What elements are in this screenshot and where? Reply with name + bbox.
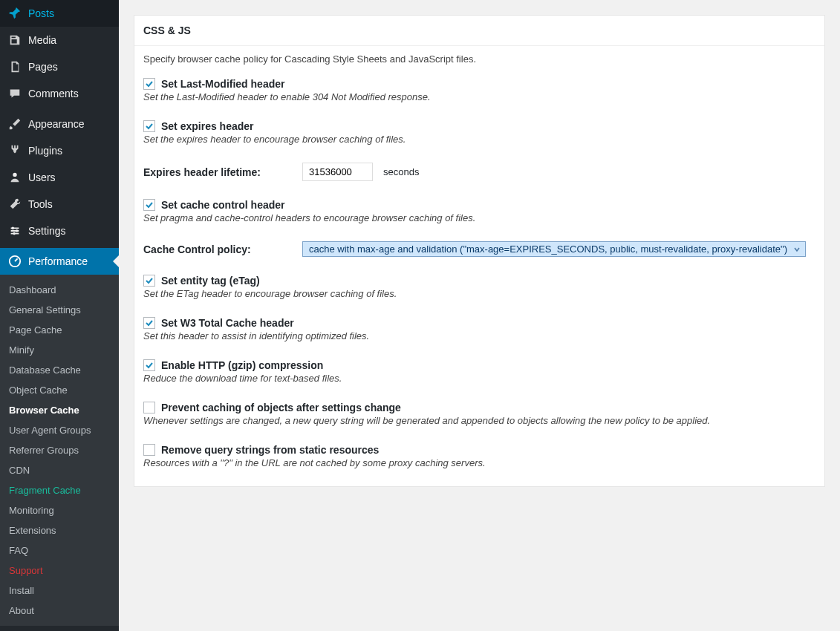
css-js-panel: CSS & JS Specify browser cache policy fo… (134, 15, 825, 487)
users-icon (7, 170, 22, 185)
expires-lifetime-unit: seconds (383, 166, 419, 177)
menu-label: Comments (28, 88, 79, 99)
expires-lifetime-label: Expires header lifetime: (143, 166, 292, 178)
submenu-object-cache[interactable]: Object Cache (0, 380, 119, 400)
menu-tools[interactable]: Tools (0, 191, 119, 218)
menu-label: Users (28, 171, 56, 183)
submenu-fragment-cache[interactable]: Fragment Cache (0, 480, 119, 500)
svg-point-3 (13, 232, 16, 235)
plug-icon (7, 143, 22, 158)
content-area: CSS & JS Specify browser cache policy fo… (119, 0, 840, 631)
w3tc-header-help: Set this header to assist in identifying… (143, 330, 815, 341)
prevent-caching-label: Prevent caching of objects after setting… (161, 402, 401, 413)
cache-control-label: Set cache control header (161, 199, 285, 211)
submenu-about[interactable]: About (0, 601, 119, 621)
panel-description: Specify browser cache policy for Cascadi… (143, 53, 815, 65)
performance-icon (7, 254, 22, 269)
submenu-database-cache[interactable]: Database Cache (0, 360, 119, 380)
menu-label: Pages (28, 61, 58, 73)
pages-icon (7, 59, 22, 74)
cache-policy-value: cache with max-age and validation ("max-… (309, 243, 787, 255)
menu-label: Performance (28, 255, 88, 267)
w3tc-header-checkbox[interactable] (143, 317, 155, 329)
submenu-faq[interactable]: FAQ (0, 540, 119, 560)
menu-label: Settings (28, 225, 66, 237)
menu-label: Posts (28, 7, 54, 19)
submenu-install[interactable]: Install (0, 581, 119, 601)
cache-policy-label: Cache Control policy: (143, 243, 292, 255)
submenu-referrer-groups[interactable]: Referrer Groups (0, 440, 119, 460)
remove-qs-help: Resources with a "?" in the URL are not … (143, 457, 815, 468)
expires-header-checkbox[interactable] (143, 120, 155, 132)
menu-plugins[interactable]: Plugins (0, 137, 119, 164)
last-modified-checkbox[interactable] (143, 78, 155, 90)
svg-point-1 (12, 227, 15, 230)
submenu-page-cache[interactable]: Page Cache (0, 320, 119, 340)
last-modified-help: Set the Last-Modified header to enable 3… (143, 91, 815, 102)
svg-point-0 (13, 173, 16, 177)
brush-icon (7, 117, 22, 131)
comments-icon (7, 86, 22, 101)
menu-performance[interactable]: Performance (0, 248, 119, 275)
menu-comments[interactable]: Comments (0, 80, 119, 107)
submenu-dashboard[interactable]: Dashboard (0, 280, 119, 300)
expires-header-help: Set the expires header to encourage brow… (143, 134, 815, 145)
admin-sidebar: Posts Media Pages Comments Appearance Pl… (0, 0, 119, 631)
pushpin-icon (7, 6, 22, 21)
submenu-minify[interactable]: Minify (0, 340, 119, 360)
etag-help: Set the ETag header to encourage browser… (143, 288, 815, 299)
remove-qs-checkbox[interactable] (143, 444, 155, 456)
menu-label: Appearance (28, 118, 85, 130)
gzip-label: Enable HTTP (gzip) compression (161, 359, 323, 371)
chevron-down-icon (793, 246, 801, 253)
gzip-help: Reduce the download time for text-based … (143, 373, 815, 384)
submenu-general-settings[interactable]: General Settings (0, 300, 119, 320)
submenu-extensions[interactable]: Extensions (0, 520, 119, 540)
submenu-support[interactable]: Support (0, 560, 119, 581)
menu-settings[interactable]: Settings (0, 218, 119, 244)
menu-pages[interactable]: Pages (0, 53, 119, 80)
submenu-monitoring[interactable]: Monitoring (0, 500, 119, 520)
w3tc-header-label: Set W3 Total Cache header (161, 317, 294, 329)
expires-header-label: Set expires header (161, 120, 254, 132)
menu-posts[interactable]: Posts (0, 0, 119, 27)
menu-label: Tools (28, 198, 53, 210)
menu-label: Plugins (28, 145, 62, 157)
menu-appearance[interactable]: Appearance (0, 111, 119, 137)
submenu-browser-cache[interactable]: Browser Cache (0, 400, 119, 420)
media-icon (7, 33, 22, 48)
prevent-caching-help: Whenever settings are changed, a new que… (143, 415, 815, 426)
etag-label: Set entity tag (eTag) (161, 275, 260, 287)
menu-label: Media (28, 34, 56, 46)
cache-control-checkbox[interactable] (143, 199, 155, 211)
last-modified-label: Set Last-Modified header (161, 78, 284, 90)
expires-lifetime-input[interactable] (302, 163, 373, 181)
submenu-user-agent-groups[interactable]: User Agent Groups (0, 420, 119, 440)
settings-icon (7, 223, 22, 238)
remove-qs-label: Remove query strings from static resourc… (161, 444, 379, 456)
menu-users[interactable]: Users (0, 164, 119, 191)
cache-control-help: Set pragma and cache-control headers to … (143, 212, 815, 223)
etag-checkbox[interactable] (143, 275, 155, 287)
svg-point-2 (16, 229, 19, 232)
prevent-caching-checkbox[interactable] (143, 402, 155, 413)
gzip-checkbox[interactable] (143, 359, 155, 371)
cache-policy-select[interactable]: cache with max-age and validation ("max-… (302, 241, 806, 257)
submenu-cdn[interactable]: CDN (0, 460, 119, 480)
performance-submenu: Dashboard General Settings Page Cache Mi… (0, 275, 119, 626)
tools-icon (7, 197, 22, 212)
panel-title: CSS & JS (134, 16, 824, 46)
menu-media[interactable]: Media (0, 27, 119, 53)
